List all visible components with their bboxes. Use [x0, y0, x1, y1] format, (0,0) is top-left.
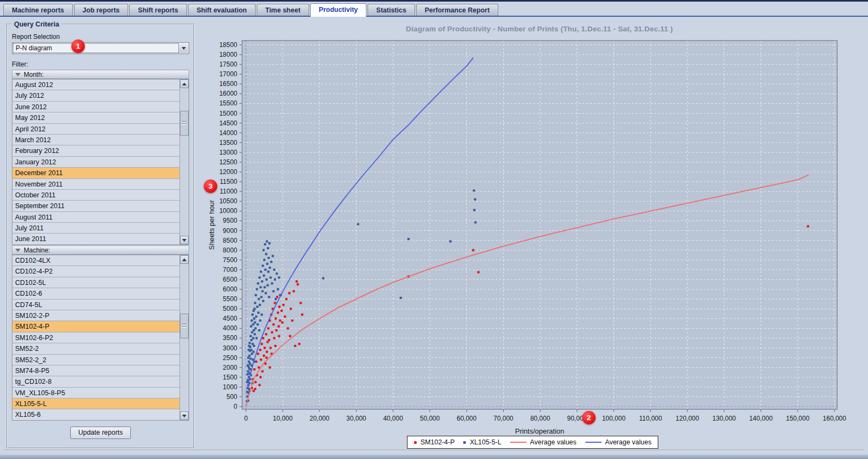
svg-text:10,000: 10,000	[273, 415, 293, 422]
combobox-dropdown-button[interactable]	[178, 43, 188, 53]
svg-text:10000: 10000	[219, 207, 238, 215]
list-item[interactable]: January 2012	[12, 157, 179, 168]
list-item[interactable]: SM52-2_2	[12, 355, 179, 365]
list-item[interactable]: March 2012	[12, 135, 179, 145]
svg-text:14500: 14500	[219, 119, 238, 127]
scroll-down-button[interactable]	[180, 236, 189, 244]
list-item[interactable]: SM74-8-P5	[12, 365, 179, 376]
svg-text:18500: 18500	[219, 41, 238, 49]
scrollbar-thumb[interactable]	[180, 111, 189, 136]
chart-legend: SM102-4-PXL105-5-LAverage valuesAverage …	[407, 436, 658, 449]
legend-label: Average values	[530, 438, 577, 446]
svg-text:70,000: 70,000	[493, 415, 513, 422]
triangle-up-icon	[182, 83, 186, 85]
svg-text:2000: 2000	[223, 364, 237, 371]
month-list: August 2012July 2012June 2012May 2012Apr…	[12, 79, 189, 245]
scroll-up-button[interactable]	[180, 79, 189, 88]
scroll-up-button[interactable]	[180, 255, 189, 264]
triangle-down-icon	[182, 415, 186, 417]
list-item[interactable]: July 2011	[12, 223, 179, 234]
machine-list: CD102-4LXCD102-4-P2CD102-5LCD102-6CD74-5…	[12, 255, 189, 421]
list-item[interactable]: CD102-5L	[12, 277, 179, 288]
list-item[interactable]: tg_CD102-8	[12, 376, 179, 387]
svg-text:17500: 17500	[219, 61, 238, 68]
svg-text:30,000: 30,000	[346, 415, 366, 422]
svg-text:17000: 17000	[219, 70, 238, 78]
svg-text:120,000: 120,000	[676, 415, 699, 422]
query-criteria-title: Query Criteria	[12, 21, 61, 28]
list-item[interactable]: October 2011	[12, 190, 179, 201]
svg-text:14000: 14000	[219, 129, 238, 137]
svg-text:40,000: 40,000	[383, 415, 403, 422]
list-item[interactable]: CD102-4LX	[12, 255, 179, 266]
tab-time-sheet[interactable]: Time sheet	[257, 4, 309, 16]
annotation-badge-3: 3	[204, 179, 217, 193]
svg-text:6000: 6000	[223, 285, 237, 293]
list-item[interactable]: XL105-5-L	[12, 398, 179, 409]
month-filter-header[interactable]: Month:	[12, 70, 189, 79]
legend-item: Average values	[585, 438, 652, 446]
tab-machine-reports[interactable]: Machine reports	[3, 4, 73, 16]
tab-performance-report[interactable]: Performance Report	[416, 4, 498, 16]
list-item[interactable]: XL105-6	[12, 409, 179, 420]
svg-text:140,000: 140,000	[749, 415, 773, 422]
list-item[interactable]: August 2011	[12, 212, 179, 223]
svg-text:13500: 13500	[219, 139, 238, 147]
list-item[interactable]: November 2011	[12, 179, 179, 190]
legend-item: XL105-5-L	[463, 438, 501, 446]
tab-shift-evaluation[interactable]: Shift evaluation	[188, 4, 256, 16]
legend-item: SM102-4-P	[414, 438, 455, 446]
list-item[interactable]: May 2012	[12, 112, 179, 123]
legend-line-swatch	[585, 442, 602, 443]
tab-statistics[interactable]: Statistics	[368, 4, 415, 16]
svg-text:8000: 8000	[223, 247, 237, 254]
svg-text:6500: 6500	[223, 276, 237, 283]
tab-productivity[interactable]: Productivity	[310, 3, 366, 17]
list-item[interactable]: August 2012	[12, 79, 179, 90]
svg-text:16500: 16500	[219, 80, 238, 88]
legend-dot-swatch	[414, 441, 417, 444]
svg-text:7500: 7500	[223, 256, 237, 264]
svg-text:5000: 5000	[223, 305, 237, 312]
update-reports-button[interactable]: Update reports	[70, 427, 131, 439]
month-list-scrollbar[interactable]	[179, 79, 189, 244]
svg-text:3500: 3500	[223, 334, 237, 342]
svg-text:0: 0	[244, 415, 248, 422]
list-item[interactable]: September 2011	[12, 201, 179, 211]
list-item[interactable]: April 2012	[12, 124, 179, 135]
scrollbar-thumb[interactable]	[180, 314, 189, 338]
svg-text:500: 500	[226, 393, 237, 401]
triangle-down-icon	[182, 239, 186, 242]
list-item[interactable]: CD102-4-P2	[12, 266, 179, 277]
machine-list-scrollbar[interactable]	[179, 255, 189, 420]
list-item[interactable]: June 2012	[12, 102, 179, 112]
list-item[interactable]: SM52-2	[12, 343, 179, 354]
svg-text:150,000: 150,000	[786, 415, 810, 422]
machine-filter-header[interactable]: Machine:	[12, 245, 189, 255]
svg-text:5500: 5500	[223, 295, 237, 303]
svg-text:20,000: 20,000	[310, 415, 330, 422]
tab-job-reports[interactable]: Job reports	[74, 4, 129, 16]
list-item[interactable]: July 2012	[12, 90, 179, 101]
list-item[interactable]: SM102-4-P	[12, 321, 179, 332]
list-item[interactable]: VM_XL105-8-P5	[12, 388, 179, 398]
list-item[interactable]: SM102-6-P2	[12, 332, 179, 343]
svg-text:12000: 12000	[219, 168, 238, 176]
report-selection-combobox[interactable]: P-N diagram	[12, 42, 189, 54]
svg-text:7000: 7000	[223, 266, 237, 274]
month-header-label: Month:	[24, 71, 44, 78]
list-item[interactable]: CD102-6	[12, 288, 179, 299]
triangle-up-icon	[182, 258, 186, 261]
svg-text:18000: 18000	[219, 51, 238, 58]
tab-shift-reports[interactable]: Shift reports	[129, 4, 186, 16]
legend-item: Average values	[510, 438, 577, 446]
list-item[interactable]: February 2012	[12, 145, 179, 156]
report-selection-value: P-N diagram	[16, 44, 52, 52]
list-item[interactable]: June 2011	[12, 234, 179, 244]
list-item[interactable]: SM102-2-P	[12, 310, 179, 321]
list-item[interactable]: December 2011	[12, 168, 179, 178]
scroll-down-button[interactable]	[180, 411, 189, 420]
legend-label: XL105-5-L	[470, 438, 501, 446]
list-item[interactable]: CD74-5L	[12, 300, 179, 310]
window-bottom-edge	[0, 455, 868, 459]
